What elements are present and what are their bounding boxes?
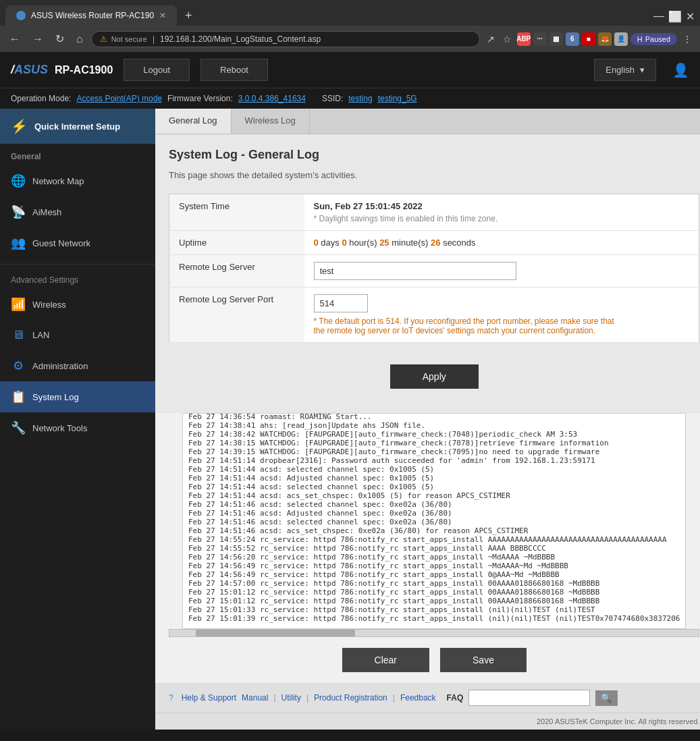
uptime-row: Uptime 0 days 0 hour(s) 25 minute(s) 26 …: [169, 231, 699, 255]
security-warning-icon: ⚠: [100, 34, 107, 44]
bookmark-btn[interactable]: ↗: [484, 31, 497, 47]
ext2-icon[interactable]: ···: [533, 32, 547, 46]
advanced-settings-label: Advanced Settings: [0, 270, 155, 289]
router-ui: /ASUS RP-AC1900 Logout Reboot English ▾ …: [0, 52, 700, 730]
close-btn[interactable]: ✕: [686, 10, 695, 23]
chevron-down-icon: ▾: [640, 65, 645, 75]
ext4-icon[interactable]: 6: [566, 32, 579, 46]
product-reg-link[interactable]: Product Registration: [314, 693, 387, 703]
system-time-value: Sun, Feb 27 15:01:45 2022: [314, 201, 690, 211]
language-selector[interactable]: English ▾: [594, 59, 656, 81]
feedback-link[interactable]: Feedback: [400, 693, 436, 703]
divider3: |: [393, 693, 395, 703]
system-info-table: System Time Sun, Feb 27 15:01:45 2022 * …: [169, 194, 699, 343]
quick-setup-icon: ⚡: [11, 118, 28, 134]
system-time-row: System Time Sun, Feb 27 15:01:45 2022 * …: [169, 194, 699, 231]
remote-log-port-input[interactable]: [314, 294, 368, 312]
main-layout: ⚡ Quick Internet Setup General 🌐 Network…: [0, 109, 700, 730]
help-icon: ?: [169, 693, 173, 703]
wireless-icon: 📶: [11, 297, 26, 312]
paused-btn[interactable]: H Paused: [630, 33, 677, 45]
reboot-button[interactable]: Reboot: [200, 59, 268, 81]
address-bar[interactable]: ⚠ Not secure | 192.168.1.200/Main_LogSta…: [91, 31, 480, 47]
firmware-value[interactable]: 3.0.0.4.386_41634: [238, 94, 306, 103]
system-time-note: * Daylight savings time is enabled in th…: [314, 214, 690, 223]
action-bar: Clear Save: [155, 637, 700, 683]
network-tools-label: Network Tools: [32, 423, 87, 433]
system-log-output[interactable]: Feb 27 14:36:47 Mastiff: initFeb 27 14:3…: [182, 413, 686, 629]
sidebar-item-wireless[interactable]: 📶 Wireless: [0, 289, 155, 320]
sidebar-item-network-map[interactable]: 🌐 Network Map: [0, 165, 155, 196]
tab-close-btn[interactable]: ✕: [159, 11, 166, 20]
clear-button[interactable]: Clear: [342, 648, 429, 672]
uptime-label: Uptime: [169, 231, 304, 255]
language-label: English: [605, 65, 635, 75]
ext5-icon[interactable]: ■: [582, 32, 595, 46]
url-text: 192.168.1.200/Main_LogStatus_Content.asp: [160, 34, 321, 44]
system-log-label: System Log: [32, 392, 79, 402]
sidebar-item-guest-network[interactable]: 👥 Guest Network: [0, 227, 155, 258]
remote-log-port-cell: * The default port is 514. If you reconf…: [304, 287, 699, 343]
horizontal-scrollbar[interactable]: [169, 629, 699, 637]
new-tab-btn[interactable]: +: [178, 6, 199, 26]
utility-link[interactable]: Utility: [281, 693, 301, 703]
adblock-icon[interactable]: ABP: [517, 32, 531, 46]
help-support-link[interactable]: Help & Support: [182, 693, 236, 703]
save-button[interactable]: Save: [440, 648, 527, 672]
menu-btn[interactable]: ⋮: [680, 31, 695, 47]
quick-internet-setup-item[interactable]: ⚡ Quick Internet Setup: [0, 109, 155, 144]
uptime-hours-unit: hour(s): [349, 238, 377, 248]
logout-button[interactable]: Logout: [124, 59, 190, 81]
uptime-cell: 0 days 0 hour(s) 25 minute(s) 26 seconds: [304, 231, 699, 255]
sidebar-item-lan[interactable]: 🖥 LAN: [0, 320, 155, 350]
forward-btn[interactable]: →: [28, 30, 47, 48]
back-btn[interactable]: ←: [5, 30, 24, 48]
manual-link[interactable]: Manual: [242, 693, 268, 703]
refresh-btn[interactable]: ↻: [51, 30, 68, 48]
page-title: System Log - General Log: [169, 148, 699, 162]
uptime-days-unit: days: [321, 238, 339, 248]
sidebar-item-system-log[interactable]: 📋 System Log: [0, 381, 155, 412]
guest-network-icon: 👥: [11, 236, 26, 250]
ssid-testing5g[interactable]: testing_5G: [378, 94, 417, 103]
footer-search-button[interactable]: 🔍: [595, 690, 618, 706]
browser-chrome: ASUS Wireless Router RP-AC190 ✕ + — ⬜ ✕ …: [0, 0, 700, 52]
maximize-btn[interactable]: ⬜: [668, 10, 682, 23]
star-btn[interactable]: ☆: [500, 31, 514, 47]
copyright-text: 2020 ASUSTeK Computer Inc. All rights re…: [155, 713, 700, 730]
sidebar-item-aimesh[interactable]: 📡 AiMesh: [0, 196, 155, 227]
minimize-btn[interactable]: —: [653, 10, 664, 23]
log-wrapper: Feb 27 14:36:47 Mastiff: initFeb 27 14:3…: [169, 413, 699, 637]
apply-button[interactable]: Apply: [390, 364, 479, 389]
paused-icon: H: [637, 35, 643, 43]
administration-label: Administration: [32, 361, 88, 371]
ssid-testing[interactable]: testing: [348, 94, 372, 103]
browser-tab-active[interactable]: ASUS Wireless Router RP-AC190 ✕: [5, 5, 177, 26]
lan-icon: 🖥: [11, 328, 26, 342]
home-btn[interactable]: ⌂: [72, 30, 87, 48]
model-name: RP-AC1900: [55, 64, 113, 76]
uptime-minutes: 25: [379, 238, 389, 248]
general-section-label: General: [0, 144, 155, 165]
browser-toolbar: ← → ↻ ⌂ ⚠ Not secure | 192.168.1.200/Mai…: [0, 26, 700, 52]
tab-wireless-log[interactable]: Wireless Log: [232, 109, 310, 134]
ext6-icon[interactable]: 🦊: [598, 32, 612, 46]
ext3-icon[interactable]: ▦: [549, 32, 563, 46]
ext7-icon[interactable]: 👤: [614, 32, 628, 46]
sidebar-item-administration[interactable]: ⚙ Administration: [0, 350, 155, 381]
network-tools-icon: 🔧: [11, 420, 26, 435]
footer-search-input[interactable]: [468, 690, 590, 706]
remote-log-port-row: Remote Log Server Port * The default por…: [169, 287, 699, 343]
sidebar-item-network-tools[interactable]: 🔧 Network Tools: [0, 412, 155, 443]
wireless-label: Wireless: [32, 300, 66, 310]
user-icon: 👤: [672, 62, 689, 78]
lan-label: LAN: [32, 330, 49, 340]
tab-general-log[interactable]: General Log: [155, 109, 232, 134]
operation-mode-value[interactable]: Access Point(AP) mode: [76, 94, 162, 103]
remote-log-server-input[interactable]: [314, 262, 516, 280]
apply-row: Apply: [169, 354, 699, 400]
network-map-icon: 🌐: [11, 173, 26, 188]
remote-log-server-row: Remote Log Server: [169, 255, 699, 287]
paused-label: Paused: [645, 35, 670, 43]
not-secure-label: Not secure: [111, 35, 147, 43]
